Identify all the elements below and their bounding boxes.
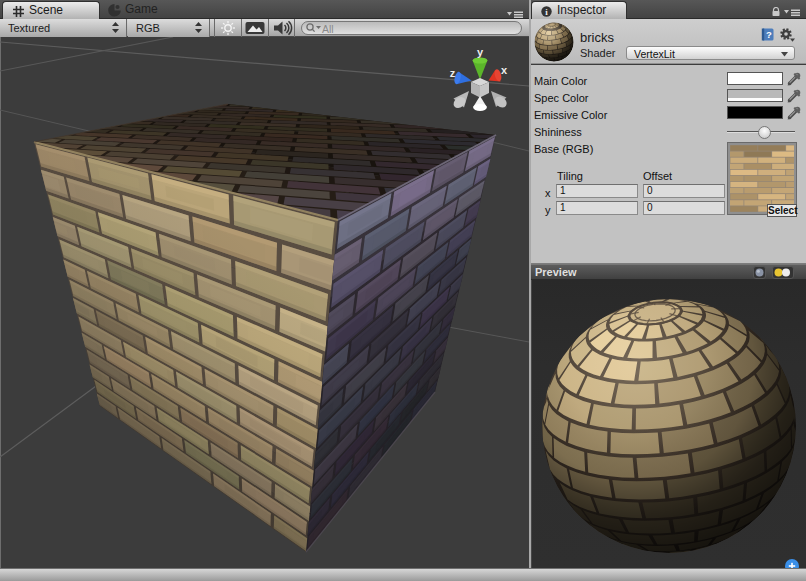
svg-text:x: x bbox=[501, 64, 508, 76]
svg-text:y: y bbox=[477, 46, 484, 58]
svg-text:?: ? bbox=[766, 29, 772, 40]
svg-text:z: z bbox=[450, 67, 456, 79]
